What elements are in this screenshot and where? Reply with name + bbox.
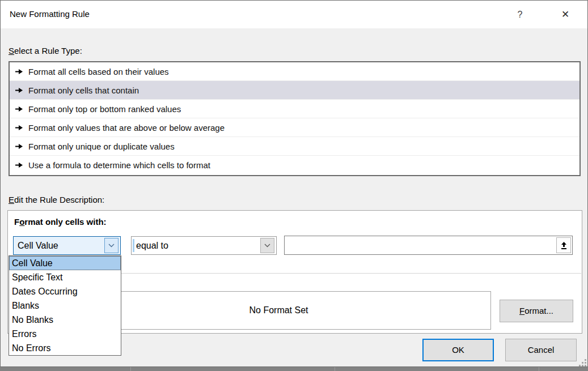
rule-type-item-label: Format only top or bottom ranked values — [28, 104, 181, 114]
rule-type-item-label: Use a formula to determine which cells t… — [28, 160, 210, 170]
text-caret — [133, 239, 134, 252]
collapse-dialog-button[interactable] — [556, 237, 571, 253]
operator-combobox-dropdown-button[interactable] — [260, 238, 274, 253]
value-input[interactable] — [287, 237, 553, 253]
rule-type-item-label: Format only unique or duplicate values — [28, 142, 175, 151]
rule-type-item[interactable]: Format all cells based on their values — [10, 62, 579, 81]
dropdown-item[interactable]: Errors — [9, 327, 121, 341]
value-refedit-field — [284, 236, 573, 255]
ok-button[interactable]: OK — [422, 339, 494, 361]
edit-rule-description-label: Edit the Rule Description: — [9, 195, 104, 204]
rule-type-item[interactable]: Format only values that are above or bel… — [10, 118, 579, 137]
collapse-range-up-arrow-icon — [560, 241, 568, 250]
worksheet-gridline — [130, 367, 131, 371]
rule-arrow-icon — [15, 69, 23, 75]
rule-arrow-icon — [15, 87, 23, 93]
dialog-title: New Formatting Rule — [10, 9, 90, 19]
cell-value-dropdown-list[interactable]: Cell Value Specific Text Dates Occurring… — [9, 255, 121, 356]
rule-arrow-icon — [15, 125, 23, 131]
worksheet-gridline — [539, 367, 539, 371]
rule-type-item-label: Format only values that are above or bel… — [28, 123, 225, 133]
rule-type-item[interactable]: Format only unique or duplicate values — [10, 137, 579, 156]
worksheet-gridline — [335, 367, 335, 371]
resize-grip[interactable] — [578, 358, 587, 368]
rule-type-item[interactable]: Format only top or bottom ranked values — [10, 100, 579, 118]
edit-rule-description-label-rest: dit the Rule Description: — [14, 195, 104, 204]
dropdown-item[interactable]: No Blanks — [9, 313, 121, 327]
chevron-down-icon — [108, 244, 115, 248]
cell-value-combobox[interactable]: Cell Value — [13, 236, 121, 255]
format-preview-text: No Format Set — [249, 305, 308, 315]
dropdown-item-selected[interactable]: Cell Value — [9, 256, 121, 270]
rule-arrow-icon — [15, 106, 23, 112]
chevron-down-icon — [264, 244, 270, 248]
rule-type-item-label: Format all cells based on their values — [28, 67, 169, 76]
dialog-titlebar[interactable]: New Formatting Rule ? ✕ — [1, 1, 587, 28]
operator-combobox[interactable]: equal to — [131, 236, 277, 255]
format-preview-box: No Format Set — [66, 291, 491, 330]
cell-value-combobox-value: Cell Value — [18, 237, 58, 254]
new-formatting-rule-dialog: New Formatting Rule ? ✕ Select a Rule Ty… — [0, 0, 588, 367]
help-icon[interactable]: ? — [513, 7, 527, 22]
rule-arrow-icon — [15, 143, 23, 150]
rule-arrow-icon — [15, 162, 23, 168]
subtitle-rest: rmat only cells with: — [24, 217, 106, 227]
rule-type-item-selected[interactable]: Format only cells that contain — [10, 81, 579, 100]
close-icon[interactable]: ✕ — [558, 7, 573, 22]
format-button[interactable]: Format... — [500, 300, 573, 322]
edit-rule-description-label-accel: E — [9, 195, 14, 204]
subtitle-accel: o — [19, 217, 24, 227]
dropdown-item[interactable]: Blanks — [9, 298, 121, 313]
rule-type-listbox[interactable]: Format all cells based on their values F… — [9, 61, 581, 176]
rule-type-item-label: Format only cells that contain — [28, 86, 139, 95]
format-button-rest: ormat... — [524, 306, 553, 315]
operator-combobox-value: equal to — [136, 237, 168, 254]
cell-value-combobox-dropdown-button[interactable] — [104, 238, 119, 253]
worksheet-background-strip — [0, 367, 588, 371]
select-rule-type-label: Select a Rule Type: — [9, 46, 82, 56]
format-only-cells-with-label: Format only cells with: — [14, 217, 107, 227]
format-button-accel: F — [519, 306, 524, 315]
screen: New Formatting Rule ? ✕ Select a Rule Ty… — [0, 0, 588, 371]
rule-type-item[interactable]: Use a formula to determine which cells t… — [10, 156, 579, 174]
dropdown-item[interactable]: Dates Occurring — [9, 284, 121, 298]
cancel-button[interactable]: Cancel — [505, 339, 577, 361]
subtitle-pre: F — [14, 217, 19, 227]
select-rule-type-label-accel: S — [9, 46, 14, 56]
dropdown-item[interactable]: No Errors — [9, 341, 121, 355]
select-rule-type-label-rest: elect a Rule Type: — [14, 46, 82, 56]
dropdown-item[interactable]: Specific Text — [9, 270, 121, 284]
